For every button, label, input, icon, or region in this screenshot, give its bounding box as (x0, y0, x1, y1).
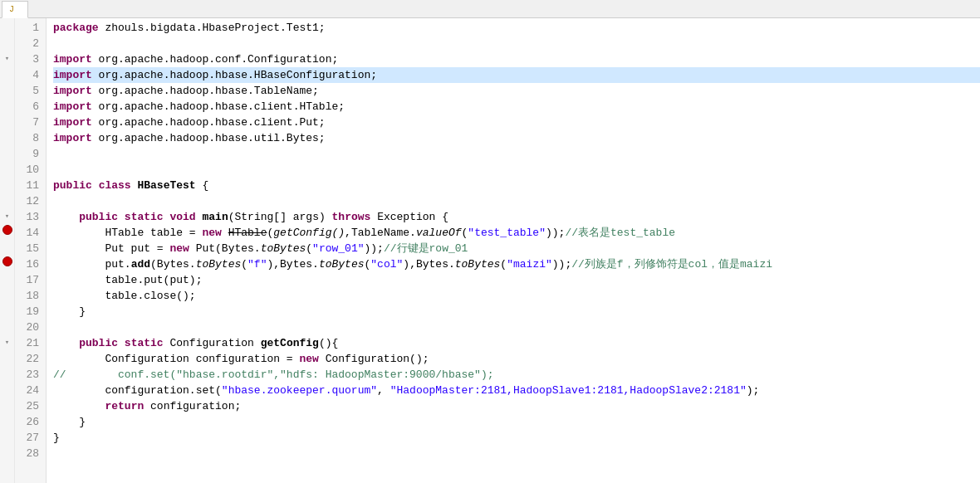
code-line: import org.apache.hadoop.hbase.util.Byte… (53, 130, 980, 146)
line-number: 15 (22, 241, 39, 256)
breakpoint-icon (2, 225, 12, 235)
line-number: 22 (22, 351, 39, 367)
code-token: import (53, 51, 92, 67)
code-token: new (202, 225, 221, 241)
gutter-item: ▾ (0, 209, 14, 225)
gutter-item (0, 130, 14, 146)
code-token: getConfig (261, 335, 319, 351)
gutter-item (0, 36, 14, 51)
code-line (53, 36, 980, 51)
code-token: ( (462, 225, 468, 241)
code-token: //表名是test_table (565, 225, 675, 241)
code-token: import (53, 99, 92, 115)
gutter-item: ▾ (0, 335, 14, 351)
code-token: static (125, 209, 164, 225)
code-line: package zhouls.bigdata.HbaseProject.Test… (53, 20, 980, 36)
code-token: ( (241, 256, 247, 272)
gutter-item (0, 383, 14, 398)
code-token: import (53, 130, 92, 146)
code-line: table.put(put); (53, 272, 980, 288)
code-token: "test_table" (468, 225, 546, 241)
code-token: public (53, 178, 92, 193)
line-number: 19 (22, 304, 39, 320)
code-line: } (53, 304, 980, 320)
code-line: } (53, 414, 980, 430)
code-line: return configuration; (53, 398, 980, 414)
code-line: import org.apache.hadoop.hbase.TableName… (53, 83, 980, 99)
gutter-item (0, 351, 14, 367)
code-token (92, 178, 99, 193)
line-number: 28 (22, 446, 39, 461)
code-token: org.apache.hadoop.hbase.TableName; (92, 83, 319, 99)
line-number: 1 (22, 20, 39, 36)
gutter-item (0, 67, 14, 83)
line-number: 2 (22, 36, 39, 51)
code-token (164, 209, 170, 225)
gutter-item (0, 272, 14, 288)
gutter-item (0, 162, 14, 178)
code-token: (Bytes. (150, 256, 196, 272)
code-token (53, 209, 79, 225)
code-token: public (79, 335, 118, 351)
code-line (53, 193, 980, 209)
code-line: import org.apache.hadoop.hbase.client.Pu… (53, 115, 980, 130)
line-number: 4 (22, 67, 39, 83)
code-token: "row_01" (312, 241, 364, 256)
editor-tab[interactable]: J (2, 1, 28, 18)
gutter-item (0, 83, 14, 99)
code-token: )); (365, 241, 384, 256)
breakpoint-icon (2, 256, 12, 266)
code-token: throws (332, 209, 371, 225)
code-token: valueOf (416, 225, 462, 241)
code-token: "HadoopMaster:2181,HadoopSlave1:2181,Had… (390, 383, 747, 398)
code-token: table.put(put); (53, 272, 202, 288)
code-token (222, 225, 228, 241)
code-token: put. (53, 256, 131, 272)
gutter-item (0, 20, 14, 36)
line-number: 25 (22, 398, 39, 414)
code-line (53, 162, 980, 178)
code-token: static (125, 335, 164, 351)
code-token: class (99, 178, 131, 193)
code-token: new (299, 351, 318, 367)
code-line: Configuration configuration = new Config… (53, 351, 980, 367)
gutter-item (0, 241, 14, 256)
code-token: } (53, 304, 86, 320)
line-number: 11 (22, 178, 39, 193)
code-token: org.apache.hadoop.hbase.client.HTable; (92, 99, 345, 115)
code-token: void (169, 209, 195, 225)
code-token: import (53, 83, 92, 99)
line-number: 26 (22, 414, 39, 430)
code-token: (){ (319, 335, 338, 351)
gutter-item (0, 178, 14, 193)
code-token: HTable table = (53, 225, 202, 241)
code-token: package (53, 20, 99, 36)
code-token: //列族是f，列修饰符是col，值是maizi (571, 256, 772, 272)
gutter-item (0, 288, 14, 304)
gutter-item (0, 398, 14, 414)
code-token: (String[] args) (228, 209, 332, 225)
code-token (118, 209, 125, 225)
code-token: )); (546, 225, 565, 241)
code-token: configuration.set( (53, 383, 222, 398)
code-line: } (53, 430, 980, 446)
code-token: toBytes (319, 256, 365, 272)
gutter-item (0, 414, 14, 430)
code-token: )); (552, 256, 571, 272)
code-token: { (196, 178, 209, 193)
gutter: ▾▾▾ (0, 18, 15, 483)
code-token (131, 178, 138, 193)
code-line: table.close(); (53, 288, 980, 304)
line-number: 18 (22, 288, 39, 304)
code-token: Put put = (53, 241, 169, 256)
line-number: 6 (22, 99, 39, 115)
code-token (53, 335, 79, 351)
code-line: import org.apache.hadoop.hbase.HBaseConf… (53, 67, 980, 83)
gutter-item (0, 320, 14, 335)
code-token: ),Bytes. (267, 256, 318, 272)
tab-bar: J (0, 0, 980, 18)
code-token: toBytes (261, 241, 306, 256)
line-number: 16 (22, 256, 39, 272)
code-token: , (377, 383, 390, 398)
code-token: ( (500, 256, 507, 272)
